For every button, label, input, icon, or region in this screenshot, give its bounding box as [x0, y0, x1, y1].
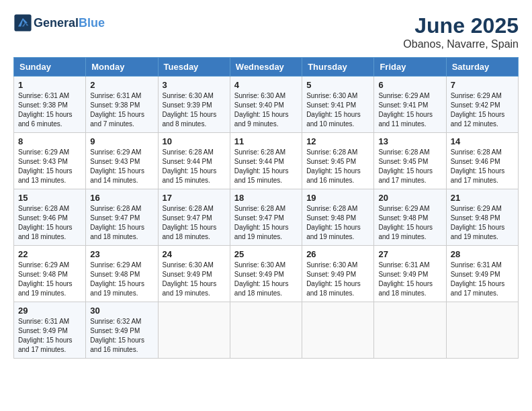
day-info: Sunrise: 6:31 AMSunset: 9:49 PMDaylight:…: [451, 261, 514, 298]
day-info: Sunrise: 6:30 AMSunset: 9:39 PMDaylight:…: [163, 91, 226, 129]
calendar-cell: 23Sunrise: 6:29 AMSunset: 9:48 PMDayligh…: [86, 246, 158, 302]
calendar-cell: 2Sunrise: 6:31 AMSunset: 9:38 PMDaylight…: [86, 77, 158, 133]
calendar-week-row: 8Sunrise: 6:29 AMSunset: 9:43 PMDaylight…: [14, 133, 519, 189]
day-number: 17: [163, 193, 226, 203]
day-info: Sunrise: 6:30 AMSunset: 9:49 PMDaylight:…: [234, 261, 298, 298]
day-info: Sunrise: 6:29 AMSunset: 9:42 PMDaylight:…: [451, 91, 514, 129]
day-number: 20: [378, 193, 441, 203]
column-header-thursday: Thursday: [302, 58, 374, 77]
calendar-cell: 3Sunrise: 6:30 AMSunset: 9:39 PMDaylight…: [158, 77, 230, 133]
day-number: 29: [18, 306, 81, 316]
day-info: Sunrise: 6:31 AMSunset: 9:49 PMDaylight:…: [378, 261, 441, 298]
day-number: 12: [306, 136, 369, 146]
day-info: Sunrise: 6:29 AMSunset: 9:41 PMDaylight:…: [378, 91, 441, 129]
calendar-cell: 20Sunrise: 6:29 AMSunset: 9:48 PMDayligh…: [374, 189, 446, 246]
day-info: Sunrise: 6:30 AMSunset: 9:40 PMDaylight:…: [234, 91, 298, 129]
calendar-week-row: 15Sunrise: 6:28 AMSunset: 9:46 PMDayligh…: [14, 189, 519, 246]
calendar-cell: 19Sunrise: 6:28 AMSunset: 9:48 PMDayligh…: [302, 189, 374, 246]
day-info: Sunrise: 6:28 AMSunset: 9:44 PMDaylight:…: [163, 148, 226, 185]
day-number: 10: [163, 136, 226, 146]
page-header: GeneralBlue June 2025 Obanos, Navarre, S…: [13, 13, 519, 50]
day-number: 25: [234, 249, 298, 259]
day-info: Sunrise: 6:28 AMSunset: 9:44 PMDaylight:…: [234, 148, 298, 185]
calendar-cell: 29Sunrise: 6:31 AMSunset: 9:49 PMDayligh…: [14, 302, 86, 359]
calendar-cell: 25Sunrise: 6:30 AMSunset: 9:49 PMDayligh…: [230, 246, 302, 302]
title-area: June 2025 Obanos, Navarre, Spain: [403, 13, 519, 50]
calendar-cell: 13Sunrise: 6:28 AMSunset: 9:45 PMDayligh…: [374, 133, 446, 189]
day-number: 11: [234, 136, 298, 146]
calendar-cell: 6Sunrise: 6:29 AMSunset: 9:41 PMDaylight…: [374, 77, 446, 133]
day-number: 15: [18, 193, 81, 203]
calendar-cell: 17Sunrise: 6:28 AMSunset: 9:47 PMDayligh…: [158, 189, 230, 246]
calendar-cell: 30Sunrise: 6:32 AMSunset: 9:49 PMDayligh…: [86, 302, 158, 359]
calendar-cell: 11Sunrise: 6:28 AMSunset: 9:44 PMDayligh…: [230, 133, 302, 189]
day-info: Sunrise: 6:31 AMSunset: 9:49 PMDaylight:…: [18, 317, 81, 355]
day-number: 21: [451, 193, 514, 203]
day-number: 13: [378, 136, 441, 146]
calendar-cell: [230, 302, 302, 359]
column-header-saturday: Saturday: [446, 58, 518, 77]
day-number: 9: [90, 136, 153, 146]
calendar-table: SundayMondayTuesdayWednesdayThursdayFrid…: [13, 57, 519, 359]
day-info: Sunrise: 6:28 AMSunset: 9:45 PMDaylight:…: [378, 148, 441, 185]
calendar-cell: [302, 302, 374, 359]
calendar-cell: 21Sunrise: 6:29 AMSunset: 9:48 PMDayligh…: [446, 189, 518, 246]
day-info: Sunrise: 6:28 AMSunset: 9:47 PMDaylight:…: [234, 204, 298, 242]
calendar-cell: 28Sunrise: 6:31 AMSunset: 9:49 PMDayligh…: [446, 246, 518, 302]
svg-rect-0: [14, 14, 31, 31]
calendar-cell: 5Sunrise: 6:30 AMSunset: 9:41 PMDaylight…: [302, 77, 374, 133]
calendar-cell: 7Sunrise: 6:29 AMSunset: 9:42 PMDaylight…: [446, 77, 518, 133]
column-header-monday: Monday: [86, 58, 158, 77]
calendar-header-row: SundayMondayTuesdayWednesdayThursdayFrid…: [14, 58, 519, 77]
month-title: June 2025: [403, 13, 519, 38]
day-number: 22: [18, 249, 81, 259]
day-info: Sunrise: 6:30 AMSunset: 9:41 PMDaylight:…: [306, 91, 369, 129]
day-number: 16: [90, 193, 153, 203]
logo: GeneralBlue: [13, 13, 105, 32]
day-info: Sunrise: 6:28 AMSunset: 9:47 PMDaylight:…: [90, 204, 153, 242]
column-header-friday: Friday: [374, 58, 446, 77]
day-info: Sunrise: 6:29 AMSunset: 9:48 PMDaylight:…: [378, 204, 441, 242]
day-number: 8: [18, 136, 81, 146]
day-info: Sunrise: 6:28 AMSunset: 9:45 PMDaylight:…: [306, 148, 369, 185]
day-number: 18: [234, 193, 298, 203]
day-number: 2: [90, 80, 153, 90]
calendar-cell: [158, 302, 230, 359]
day-info: Sunrise: 6:28 AMSunset: 9:46 PMDaylight:…: [451, 148, 514, 185]
day-number: 23: [90, 249, 153, 259]
day-number: 19: [306, 193, 369, 203]
day-info: Sunrise: 6:30 AMSunset: 9:49 PMDaylight:…: [163, 261, 226, 298]
calendar-cell: 14Sunrise: 6:28 AMSunset: 9:46 PMDayligh…: [446, 133, 518, 189]
day-info: Sunrise: 6:28 AMSunset: 9:48 PMDaylight:…: [306, 204, 369, 242]
day-number: 26: [306, 249, 369, 259]
day-number: 5: [306, 80, 369, 90]
day-info: Sunrise: 6:31 AMSunset: 9:38 PMDaylight:…: [18, 91, 81, 129]
column-header-wednesday: Wednesday: [230, 58, 302, 77]
logo-text: GeneralBlue: [34, 16, 105, 30]
calendar-week-row: 22Sunrise: 6:29 AMSunset: 9:48 PMDayligh…: [14, 246, 519, 302]
column-header-tuesday: Tuesday: [158, 58, 230, 77]
day-info: Sunrise: 6:28 AMSunset: 9:46 PMDaylight:…: [18, 204, 81, 242]
calendar-week-row: 29Sunrise: 6:31 AMSunset: 9:49 PMDayligh…: [14, 302, 519, 359]
location-subtitle: Obanos, Navarre, Spain: [403, 38, 519, 50]
calendar-cell: 16Sunrise: 6:28 AMSunset: 9:47 PMDayligh…: [86, 189, 158, 246]
calendar-cell: 12Sunrise: 6:28 AMSunset: 9:45 PMDayligh…: [302, 133, 374, 189]
day-number: 1: [18, 80, 81, 90]
day-info: Sunrise: 6:32 AMSunset: 9:49 PMDaylight:…: [90, 317, 153, 355]
calendar-cell: 15Sunrise: 6:28 AMSunset: 9:46 PMDayligh…: [14, 189, 86, 246]
day-number: 6: [378, 80, 441, 90]
calendar-week-row: 1Sunrise: 6:31 AMSunset: 9:38 PMDaylight…: [14, 77, 519, 133]
calendar-cell: [374, 302, 446, 359]
calendar-cell: 22Sunrise: 6:29 AMSunset: 9:48 PMDayligh…: [14, 246, 86, 302]
day-info: Sunrise: 6:31 AMSunset: 9:38 PMDaylight:…: [90, 91, 153, 129]
day-info: Sunrise: 6:29 AMSunset: 9:48 PMDaylight:…: [90, 261, 153, 298]
day-number: 7: [451, 80, 514, 90]
calendar-cell: 10Sunrise: 6:28 AMSunset: 9:44 PMDayligh…: [158, 133, 230, 189]
day-number: 28: [451, 249, 514, 259]
calendar-cell: 27Sunrise: 6:31 AMSunset: 9:49 PMDayligh…: [374, 246, 446, 302]
calendar-cell: [446, 302, 518, 359]
calendar-cell: 1Sunrise: 6:31 AMSunset: 9:38 PMDaylight…: [14, 77, 86, 133]
column-header-sunday: Sunday: [14, 58, 86, 77]
day-number: 30: [90, 306, 153, 316]
day-info: Sunrise: 6:29 AMSunset: 9:48 PMDaylight:…: [451, 204, 514, 242]
